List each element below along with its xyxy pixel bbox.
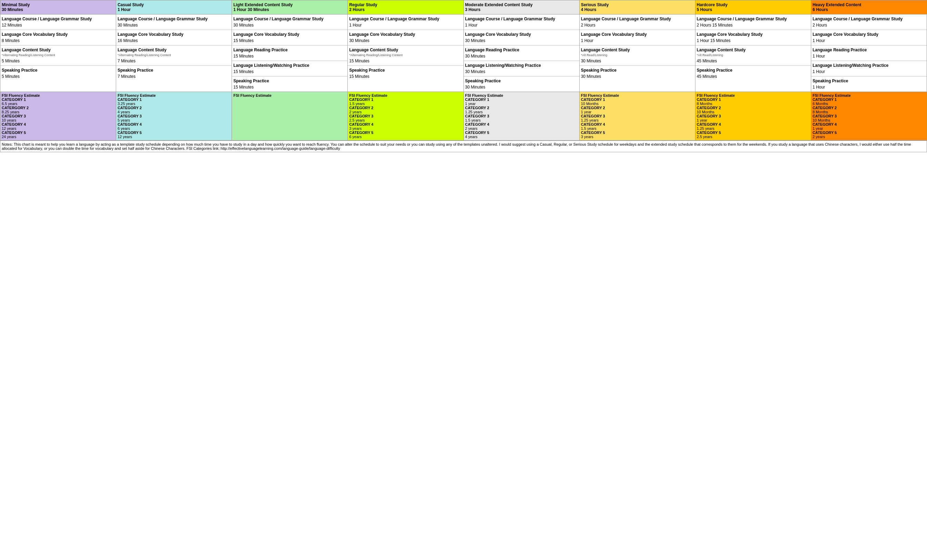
notes-text: Notes: This chart is meant to help you l… — [2, 142, 911, 150]
fsi-category: CATEGORY 4 — [581, 122, 605, 126]
fsi-category: CATEGORY 2 — [813, 106, 837, 110]
activity-item: Language Course / Language Grammar Study… — [695, 14, 811, 30]
activity-item: Language Core Vocabulary Study1 Hour — [811, 30, 927, 46]
fsi-category: CATEGORY 3 — [2, 114, 26, 118]
activity-duration: 2 Hours — [581, 23, 596, 27]
fsi-category: CATEGORY 2 — [465, 106, 489, 110]
fsi-category: CATEGORY 4 — [117, 122, 141, 126]
notes-table: Notes: This chart is meant to help you l… — [0, 141, 927, 152]
activity-item: Language Course / Language Grammar Study… — [116, 14, 232, 30]
header-duration: 30 Minutes — [2, 7, 23, 12]
activity-item: Language Reading Practice15 Minutes — [232, 46, 347, 61]
activity-item: Language Content Study*Alt Read/Listenin… — [580, 46, 695, 66]
header-title: Casual Study — [117, 2, 144, 7]
activity-item: Language Course / Language Grammar Study… — [232, 14, 347, 30]
fsi-cell-regular: FSI Fluency EstimateCATEGORY 11.5 yearsC… — [348, 92, 464, 141]
fsi-value: 10 years — [2, 118, 16, 122]
fsi-value: 2.5 years — [697, 135, 712, 139]
fsi-label: FSI Fluency Estimate — [581, 93, 619, 97]
activity-item: Language Core Vocabulary Study15 Minutes — [232, 30, 347, 46]
activity-item: Language Reading Practice30 Minutes — [464, 46, 579, 61]
activity-duration: 2 Hours — [813, 23, 827, 27]
fsi-value: 3 years — [581, 135, 593, 139]
header-duration: 4 Hours — [581, 7, 597, 12]
activity-duration: 1 Hour — [813, 54, 825, 59]
fsi-category: CATEGORY 1 — [117, 97, 141, 102]
activity-title: Language Course / Language Grammar Study — [349, 17, 439, 21]
fsi-value: 24 years — [2, 135, 16, 139]
fsi-category: CATEGORY 4 — [2, 122, 26, 126]
fsi-value: 1.25 years — [581, 118, 599, 122]
fsi-value: 3 years — [349, 126, 362, 131]
activity-title: Speaking Practice — [697, 68, 732, 73]
activity-duration: 15 Minutes — [349, 74, 369, 79]
activity-item: Language Core Vocabulary Study30 Minutes — [348, 30, 463, 46]
header-title: Minimal Study — [2, 2, 30, 7]
activity-title: Language Core Vocabulary Study — [233, 32, 299, 37]
activity-title: Language Course / Language Grammar Study — [813, 17, 903, 21]
activity-item: Speaking Practice15 Minutes — [348, 66, 463, 81]
activity-duration: 12 Minutes — [2, 23, 22, 27]
fsi-cell-light: FSI Fluency Estimate — [232, 92, 348, 141]
activity-duration: 1 Hour 15 Minutes — [697, 38, 731, 43]
activity-item: Language Course / Language Grammar Study… — [464, 14, 579, 30]
fsi-category: CATEGORY 2 — [349, 106, 373, 110]
fsi-category: CATEGORY 3 — [813, 114, 837, 118]
fsi-category: CATEGORY 5 — [697, 131, 721, 135]
activity-item: Speaking Practice45 Minutes — [695, 66, 811, 81]
activity-item: Language Content Study*Alt Read/Listenin… — [695, 46, 811, 66]
activity-title: Language Course / Language Grammar Study — [581, 17, 671, 21]
activity-duration: 16 Minutes — [117, 38, 138, 43]
activity-item: Language Listening/Watching Practice15 M… — [232, 61, 347, 76]
activity-duration: 30 Minutes — [465, 85, 486, 90]
activity-duration: 15 Minutes — [233, 54, 254, 59]
activity-duration: 15 Minutes — [233, 38, 254, 43]
fsi-value: 4 years — [117, 110, 130, 114]
fsi-cell-minimal: FSI Fluency EstimateCATEGORY 16.5 yearsC… — [0, 92, 116, 141]
fsi-category: CATEGORY 5 — [117, 131, 141, 135]
activity-item: Language Content Study*Alternating Readi… — [0, 46, 116, 66]
activity-duration: 45 Minutes — [697, 74, 717, 79]
fsi-value: 8.25 years — [2, 110, 19, 114]
header-duration: 1 Hour — [117, 7, 131, 12]
activity-duration: 1 Hour — [813, 38, 825, 43]
activities-cell-heavy: Language Course / Language Grammar Study… — [811, 14, 927, 92]
activity-title: Speaking Practice — [581, 68, 617, 73]
fsi-value: 6 years — [349, 135, 362, 139]
fsi-category: CATEGORY 1 — [465, 97, 489, 102]
activity-item: Language Core Vocabulary Study1 Hour — [580, 30, 695, 46]
fsi-value: 6 years — [117, 126, 130, 131]
activity-item: Language Core Vocabulary Study30 Minutes — [464, 30, 579, 46]
activity-item: Language Content Study*Alternating Readi… — [348, 46, 463, 66]
activity-duration: 1 Hour — [581, 38, 593, 43]
fsi-label: FSI Fluency Estimate — [813, 93, 851, 97]
fsi-value: 1.25 years — [697, 126, 714, 131]
fsi-value: 2 years — [465, 126, 478, 131]
activity-duration: 30 Minutes — [233, 23, 254, 27]
activity-item: Language Course / Language Grammar Study… — [811, 14, 927, 30]
header-title: Hardcore Study — [697, 2, 728, 7]
activity-item: Speaking Practice7 Minutes — [116, 66, 232, 81]
activity-title: Language Listening/Watching Practice — [813, 63, 888, 68]
header-duration: 2 Hours — [349, 7, 365, 12]
fsi-category: CATERGORY 2 — [2, 106, 29, 110]
activity-title: Language Core Vocabulary Study — [813, 32, 878, 37]
activity-item: Speaking Practice5 Minutes — [0, 66, 116, 81]
fsi-category: CATEGORY 3 — [581, 114, 605, 118]
fsi-value: 6.5 years — [2, 102, 17, 106]
fsi-value: 10 Months — [697, 110, 714, 114]
activity-title: Language Core Vocabulary Study — [2, 32, 68, 37]
activity-duration: 30 Minutes — [581, 59, 601, 63]
fsi-category: CATEGORY 1 — [581, 97, 605, 102]
activity-duration: 30 Minutes — [465, 69, 486, 74]
activity-duration: 7 Minutes — [117, 74, 135, 79]
fsi-value: 1.25 years — [465, 110, 483, 114]
fsi-value: 1 year — [581, 110, 592, 114]
activity-item: Language Listening/Watching Practice1 Ho… — [811, 61, 927, 76]
fsi-category: CATEGORY 5 — [581, 131, 605, 135]
activity-note: *Alternating Reading/Listening Content — [2, 53, 55, 57]
activity-item: Language Content Study*Alternating Readi… — [116, 46, 232, 66]
fsi-category: CATEGORY 5 — [349, 131, 373, 135]
activity-note: *Alternating Reading/Listening Content — [117, 53, 171, 57]
activity-title: Speaking Practice — [233, 79, 269, 83]
